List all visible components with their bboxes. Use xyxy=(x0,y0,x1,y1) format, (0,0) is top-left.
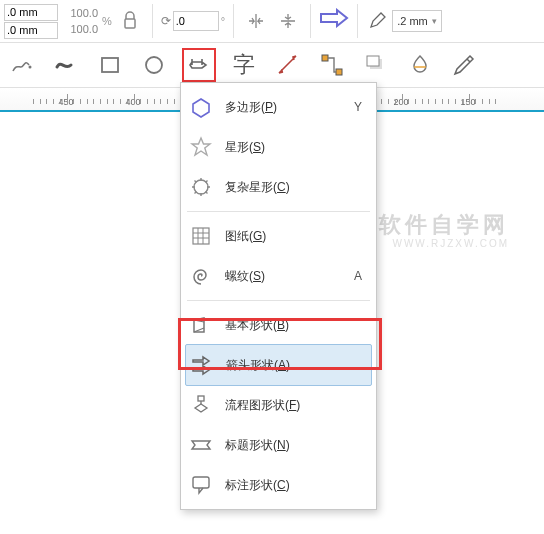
svg-point-1 xyxy=(29,66,32,69)
svg-rect-5 xyxy=(336,69,342,75)
menu-item-arrow[interactable]: 箭头形状(A) xyxy=(185,344,372,386)
svg-marker-9 xyxy=(192,138,210,155)
menu-item-label: 箭头形状(A) xyxy=(226,357,361,374)
rotation-unit: ° xyxy=(221,15,225,27)
menu-item-flowchart[interactable]: 流程图形状(F) xyxy=(181,385,376,425)
outline-width-select[interactable]: .2 mm▾ xyxy=(392,10,442,32)
menu-item-label: 螺纹(S) xyxy=(225,268,344,285)
menu-item-label: 星形(S) xyxy=(225,139,366,156)
spiral-icon xyxy=(187,262,215,290)
svg-rect-4 xyxy=(322,55,328,61)
watermark-text: 软件自学网 xyxy=(379,210,509,240)
percent-unit: % xyxy=(102,15,112,27)
menu-item-label: 图纸(G) xyxy=(225,228,366,245)
svg-rect-7 xyxy=(367,56,379,66)
arrow-icon xyxy=(188,351,216,379)
size-fields xyxy=(4,2,58,40)
rotation-input[interactable] xyxy=(173,11,219,31)
eyedropper-tool-icon[interactable] xyxy=(448,49,480,81)
menu-item-label: 标题形状(N) xyxy=(225,437,366,454)
star-icon xyxy=(187,133,215,161)
outline-width-value: .2 mm xyxy=(397,15,428,27)
height-input[interactable] xyxy=(4,22,58,39)
svg-point-3 xyxy=(146,57,162,73)
scale-w: 100.0 xyxy=(62,6,98,21)
scale-h: 100.0 xyxy=(62,22,98,37)
svg-rect-11 xyxy=(193,228,209,244)
text-tool-icon[interactable]: 字 xyxy=(228,49,260,81)
drop-shadow-icon[interactable] xyxy=(360,49,392,81)
menu-item-label: 多边形(P) xyxy=(225,99,344,116)
complexstar-icon xyxy=(187,173,215,201)
menu-item-graph[interactable]: 图纸(G) xyxy=(181,216,376,256)
scale-fields: 100.0 100.0 xyxy=(62,2,98,40)
arrow-right-icon[interactable] xyxy=(319,8,349,34)
menu-item-basic[interactable]: 基本形状(B) xyxy=(181,305,376,345)
outline-pen-icon[interactable] xyxy=(366,10,388,32)
menu-item-banner[interactable]: 标题形状(N) xyxy=(181,425,376,465)
shapes-flyout-menu: 多边形(P)Y星形(S)复杂星形(C)图纸(G)螺纹(S)A基本形状(B)箭头形… xyxy=(180,82,377,510)
menu-item-label: 标注形状(C) xyxy=(225,477,366,494)
connector-tool-icon[interactable] xyxy=(316,49,348,81)
graph-icon xyxy=(187,222,215,250)
polygon-tool-icon[interactable] xyxy=(182,48,216,82)
svg-marker-8 xyxy=(193,99,209,117)
banner-icon xyxy=(187,431,215,459)
lock-icon[interactable] xyxy=(116,7,144,35)
menu-separator xyxy=(187,300,370,301)
watermark-url: WWW.RJZXW.COM xyxy=(392,238,509,249)
menu-item-complexstar[interactable]: 复杂星形(C) xyxy=(181,167,376,207)
menu-item-label: 复杂星形(C) xyxy=(225,179,366,196)
menu-separator xyxy=(187,211,370,212)
flowchart-icon xyxy=(187,391,215,419)
artistic-media-icon[interactable] xyxy=(50,49,82,81)
menu-item-label: 流程图形状(F) xyxy=(225,397,366,414)
basic-icon xyxy=(187,311,215,339)
menu-item-label: 基本形状(B) xyxy=(225,317,366,334)
rotation-field: ⟳ ° xyxy=(161,2,225,40)
menu-item-spiral[interactable]: 螺纹(S)A xyxy=(181,256,376,296)
width-input[interactable] xyxy=(4,4,58,21)
mirror-h-icon[interactable] xyxy=(242,7,270,35)
dimension-tool-icon[interactable] xyxy=(272,49,304,81)
svg-rect-0 xyxy=(125,19,135,28)
rectangle-tool-icon[interactable] xyxy=(94,49,126,81)
svg-rect-14 xyxy=(193,477,209,488)
property-bar: 100.0 100.0 % ⟳ ° .2 mm▾ xyxy=(0,0,544,43)
polygon-icon xyxy=(187,93,215,121)
transparency-tool-icon[interactable] xyxy=(404,49,436,81)
svg-marker-13 xyxy=(195,404,207,412)
menu-item-polygon[interactable]: 多边形(P)Y xyxy=(181,87,376,127)
svg-rect-12 xyxy=(198,396,204,401)
menu-item-callout[interactable]: 标注形状(C) xyxy=(181,465,376,505)
mirror-v-icon[interactable] xyxy=(274,7,302,35)
rotate-icon: ⟳ xyxy=(161,14,171,28)
ellipse-tool-icon[interactable] xyxy=(138,49,170,81)
menu-item-star[interactable]: 星形(S) xyxy=(181,127,376,167)
svg-rect-2 xyxy=(102,58,118,72)
menu-item-shortcut: Y xyxy=(354,100,362,114)
menu-item-shortcut: A xyxy=(354,269,362,283)
callout-icon xyxy=(187,471,215,499)
freehand-tool-icon[interactable] xyxy=(6,49,38,81)
